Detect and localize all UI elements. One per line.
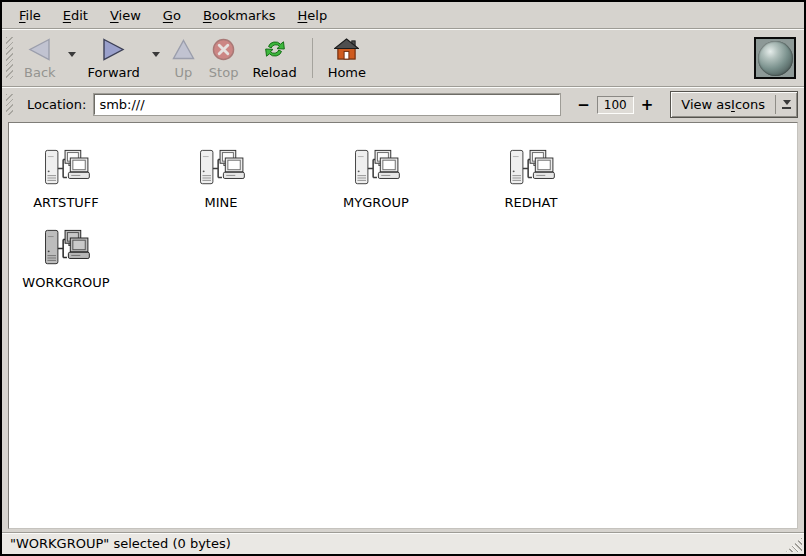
menu-view-label: iew xyxy=(119,8,141,23)
menu-bar: File Edit View Go Bookmarks Help xyxy=(2,2,804,28)
location-input[interactable] xyxy=(94,94,560,115)
view-as-text: View as xyxy=(681,97,731,112)
stop-button-label: Stop xyxy=(209,65,239,80)
dropdown-arrow-icon xyxy=(776,92,797,117)
throbber-frame xyxy=(754,37,796,79)
network-item-mine[interactable]: MINE xyxy=(176,148,266,210)
menu-file[interactable]: File xyxy=(8,4,52,27)
network-item-label: REDHAT xyxy=(505,195,558,210)
menu-edit-accel: E xyxy=(63,8,71,23)
network-item-workgroup[interactable]: WORKGROUP xyxy=(21,228,111,290)
menu-bookmarks-label: ookmarks xyxy=(212,8,276,23)
resize-grip-handle[interactable] xyxy=(786,537,802,552)
reload-icon xyxy=(262,35,288,63)
back-arrow-icon xyxy=(28,35,51,63)
toolbar-spacer xyxy=(373,32,754,84)
menu-go[interactable]: Go xyxy=(152,4,192,27)
network-workgroup-icon xyxy=(40,148,92,188)
toolbar: Back Forward Up Stop xyxy=(2,30,804,86)
view-as-dropdown[interactable]: View as Icons xyxy=(670,91,798,118)
network-item-label: WORKGROUP xyxy=(22,275,109,290)
reload-button-label: Reload xyxy=(252,65,296,80)
chevron-down-icon xyxy=(68,52,76,57)
network-workgroup-icon xyxy=(40,228,92,268)
home-button-label: Home xyxy=(328,65,366,80)
home-button[interactable]: Home xyxy=(321,32,373,84)
up-button[interactable]: Up xyxy=(165,32,202,84)
network-item-redhat[interactable]: REDHAT xyxy=(486,148,576,210)
home-icon xyxy=(334,35,359,63)
menu-help[interactable]: Help xyxy=(287,4,339,27)
zoom-out-button[interactable]: − xyxy=(572,96,595,114)
network-item-label: MINE xyxy=(205,195,238,210)
menu-bookmarks[interactable]: Bookmarks xyxy=(192,4,287,27)
reload-button[interactable]: Reload xyxy=(245,32,303,84)
status-bar: "WORKGROUP" selected (0 bytes) xyxy=(2,532,804,554)
stop-icon xyxy=(212,35,235,63)
toolbar-grip-handle[interactable] xyxy=(6,37,13,79)
view-as-text: cons xyxy=(735,97,765,112)
location-bar: Location: − 100 + View as Icons xyxy=(2,88,804,121)
network-item-label: ARTSTUFF xyxy=(33,195,99,210)
network-item-mygroup[interactable]: MYGROUP xyxy=(331,148,421,210)
back-button-label: Back xyxy=(24,65,56,80)
zoom-level-indicator[interactable]: 100 xyxy=(597,96,634,114)
menu-edit-label: dit xyxy=(71,8,88,23)
network-item-artstuff[interactable]: ARTSTUFF xyxy=(21,148,111,210)
back-button[interactable]: Back xyxy=(17,32,63,84)
menu-edit[interactable]: Edit xyxy=(52,4,99,27)
menu-bookmarks-accel: B xyxy=(203,8,212,23)
network-workgroup-icon xyxy=(505,148,557,188)
location-bar-grip-handle[interactable] xyxy=(6,94,13,115)
menu-go-accel: G xyxy=(163,8,173,23)
up-arrow-icon xyxy=(172,35,195,63)
menu-file-label: ile xyxy=(26,8,41,23)
icon-view-pane[interactable]: ARTSTUFF MINE MYGROUP REDHAT WORKGROUP xyxy=(8,122,798,529)
forward-history-dropdown[interactable] xyxy=(147,32,165,76)
throbber-globe-icon xyxy=(758,41,793,76)
menu-go-label: o xyxy=(173,8,181,23)
menu-help-accel: H xyxy=(298,8,308,23)
icon-row: WORKGROUP xyxy=(21,228,797,290)
network-workgroup-icon xyxy=(195,148,247,188)
view-as-label: View as Icons xyxy=(671,92,775,117)
status-text: "WORKGROUP" selected (0 bytes) xyxy=(10,536,231,551)
menu-view-accel: V xyxy=(110,8,119,23)
forward-button[interactable]: Forward xyxy=(81,32,147,84)
chevron-down-icon xyxy=(152,52,160,57)
up-button-label: Up xyxy=(174,65,192,80)
location-label: Location: xyxy=(27,97,86,112)
network-item-label: MYGROUP xyxy=(343,195,409,210)
file-manager-window: File Edit View Go Bookmarks Help Back Fo… xyxy=(0,0,806,556)
menu-help-label: elp xyxy=(307,8,327,23)
network-workgroup-icon xyxy=(350,148,402,188)
toolbar-separator xyxy=(312,38,313,78)
icon-row: ARTSTUFF MINE MYGROUP REDHAT xyxy=(21,148,797,210)
menu-view[interactable]: View xyxy=(99,4,152,27)
forward-button-label: Forward xyxy=(88,65,140,80)
zoom-in-button[interactable]: + xyxy=(636,96,659,114)
stop-button[interactable]: Stop xyxy=(202,32,246,84)
back-history-dropdown[interactable] xyxy=(63,32,81,76)
forward-arrow-icon xyxy=(102,35,125,63)
